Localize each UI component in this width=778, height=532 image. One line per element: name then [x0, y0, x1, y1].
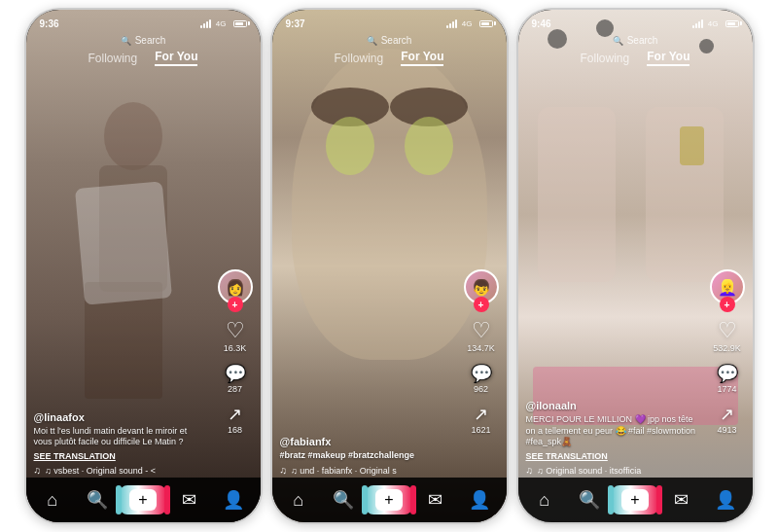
- bottom-nav-1: ⌂ 🔍 + ✉ 👤: [26, 478, 261, 522]
- like-count-2: 134.7K: [467, 343, 495, 353]
- sound-info-1: ♫ ♫ vsbest · Original sound - <: [34, 465, 207, 476]
- heart-icon-3: ♡: [718, 320, 737, 341]
- see-translation-3[interactable]: SEE TRANSLATION: [526, 451, 699, 461]
- top-nav-2: 🔍 Search Following For You: [272, 31, 507, 66]
- follow-btn-1[interactable]: +: [228, 297, 243, 312]
- nav-inbox-2[interactable]: ✉: [412, 491, 457, 509]
- share-icon-1: ↗: [228, 406, 242, 423]
- bottom-nav-2: ⌂ 🔍 + ✉ 👤: [272, 478, 507, 522]
- following-tab-1[interactable]: Following: [88, 52, 138, 65]
- username-2[interactable]: @fabianfx: [280, 436, 453, 447]
- nav-search-2[interactable]: 🔍: [321, 491, 366, 509]
- follow-btn-2[interactable]: +: [474, 297, 489, 312]
- nav-tabs-3: Following For You: [581, 50, 690, 66]
- svg-point-0: [104, 102, 162, 170]
- nav-profile-1[interactable]: 👤: [211, 491, 256, 509]
- search-bar-2[interactable]: 🔍 Search: [367, 35, 412, 46]
- avatar-container-2[interactable]: 👦 +: [464, 269, 499, 304]
- create-btn-2[interactable]: +: [366, 485, 412, 514]
- home-icon-3: ⌂: [539, 491, 549, 509]
- nav-plus-3[interactable]: +: [612, 485, 658, 514]
- username-3[interactable]: @ilonaaln: [526, 400, 699, 411]
- nav-search-3[interactable]: 🔍: [567, 491, 612, 509]
- search-label-2: Search: [381, 35, 412, 46]
- right-controls-2: 👦 + ♡ 134.7K 💬 962 ↗ 1621: [464, 269, 499, 435]
- create-btn-1[interactable]: +: [120, 485, 166, 514]
- comment-count-2: 962: [474, 384, 488, 394]
- for-you-tab-3[interactable]: For You: [647, 50, 690, 66]
- bottom-info-3: @ilonaaln MERCI POUR LE MILLION 💜 jpp no…: [526, 400, 699, 476]
- profile-icon-3: 👤: [715, 491, 736, 509]
- nav-search-1[interactable]: 🔍: [75, 491, 120, 509]
- inbox-icon-1: ✉: [182, 491, 196, 509]
- network-type-2: 4G: [462, 19, 473, 28]
- avatar-container-3[interactable]: 👱‍♀️ +: [710, 269, 745, 304]
- nav-home-3[interactable]: ⌂: [522, 491, 567, 509]
- status-time-2: 9:37: [286, 18, 305, 29]
- for-you-tab-1[interactable]: For You: [155, 50, 197, 66]
- nav-profile-3[interactable]: 👤: [703, 491, 748, 509]
- comment-btn-1[interactable]: 💬 287: [225, 365, 246, 394]
- like-count-3: 532.9K: [713, 343, 741, 353]
- like-btn-1[interactable]: ♡ 16.3K: [224, 320, 247, 353]
- comment-icon-1: 💬: [225, 365, 246, 382]
- see-translation-1[interactable]: SEE TRANSLATION: [34, 451, 207, 461]
- home-icon-2: ⌂: [293, 491, 303, 509]
- nav-inbox-3[interactable]: ✉: [658, 491, 703, 509]
- comment-btn-3[interactable]: 💬 1774: [717, 365, 738, 394]
- phone-3: 9:46 4G 🔍 S: [516, 8, 755, 524]
- follow-btn-3[interactable]: +: [720, 297, 735, 312]
- caption-2: #bratz #makeup #bratzchallenge: [280, 450, 453, 462]
- share-icon-3: ↗: [720, 406, 734, 423]
- phone-2: 9:37 4G 🔍 S: [270, 8, 509, 524]
- inbox-icon-3: ✉: [674, 491, 689, 509]
- search-bar-1[interactable]: 🔍 Search: [121, 35, 166, 46]
- profile-icon-1: 👤: [223, 491, 244, 509]
- like-count-1: 16.3K: [224, 343, 247, 353]
- nav-plus-1[interactable]: +: [120, 485, 166, 514]
- for-you-tab-2[interactable]: For You: [401, 50, 443, 66]
- following-tab-3[interactable]: Following: [581, 52, 630, 65]
- status-icons-3: 4G: [692, 19, 739, 28]
- sound-text-1: ♫ vsbest · Original sound - <: [45, 466, 156, 476]
- create-btn-3[interactable]: +: [612, 485, 658, 514]
- avatar-container-1[interactable]: 👩 +: [218, 269, 253, 304]
- like-btn-3[interactable]: ♡ 532.9K: [713, 320, 741, 353]
- nav-plus-2[interactable]: +: [366, 485, 412, 514]
- signal-icon-2: [446, 19, 457, 28]
- phone-2-screen: 9:37 4G 🔍 S: [272, 10, 507, 522]
- status-icons-1: 4G: [200, 19, 247, 28]
- search-bar-3[interactable]: 🔍 Search: [613, 35, 658, 46]
- caption-3: MERCI POUR LE MILLION 💜 jpp nos tête on …: [526, 414, 699, 448]
- discover-icon-1: 🔍: [87, 491, 108, 509]
- sound-text-2: ♫ und · fabianfx · Original s: [291, 466, 397, 476]
- phone-1-screen: 9:36 4G 🔍 S: [26, 10, 261, 522]
- network-type-1: 4G: [216, 19, 227, 28]
- comment-btn-2[interactable]: 💬 962: [471, 365, 492, 394]
- comment-icon-2: 💬: [471, 365, 492, 382]
- battery-icon-2: [479, 20, 493, 27]
- share-btn-2[interactable]: ↗ 1621: [471, 406, 490, 435]
- share-count-2: 1621: [471, 425, 490, 435]
- profile-icon-2: 👤: [469, 491, 490, 509]
- share-btn-1[interactable]: ↗ 168: [228, 406, 242, 435]
- following-tab-2[interactable]: Following: [335, 52, 384, 65]
- discover-icon-3: 🔍: [579, 491, 600, 509]
- share-btn-3[interactable]: ↗ 4913: [717, 406, 736, 435]
- nav-profile-2[interactable]: 👤: [457, 491, 502, 509]
- comment-count-3: 1774: [717, 384, 736, 394]
- comment-icon-3: 💬: [717, 365, 738, 382]
- heart-icon-1: ♡: [226, 320, 245, 341]
- nav-inbox-1[interactable]: ✉: [166, 491, 211, 509]
- username-1[interactable]: @linaafox: [34, 411, 207, 423]
- nav-home-2[interactable]: ⌂: [276, 491, 321, 509]
- phone-1: 9:36 4G 🔍 S: [24, 8, 263, 524]
- nav-home-1[interactable]: ⌂: [30, 491, 75, 509]
- like-btn-2[interactable]: ♡ 134.7K: [467, 320, 495, 353]
- bottom-nav-3: ⌂ 🔍 + ✉ 👤: [518, 478, 753, 522]
- bottom-info-1: @linaafox Moi tt l'es lundi matin devant…: [34, 411, 207, 476]
- music-icon-3: ♫: [526, 465, 534, 476]
- inbox-icon-2: ✉: [428, 491, 442, 509]
- battery-icon-1: [233, 20, 247, 27]
- comment-count-1: 287: [228, 384, 242, 394]
